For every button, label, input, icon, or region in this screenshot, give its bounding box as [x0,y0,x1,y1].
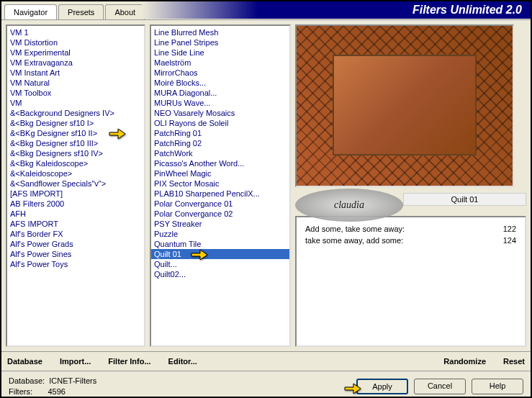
list-item[interactable]: Maelström [151,58,289,68]
slider-value: 122 [503,225,516,233]
cursor-pointer-icon [343,380,362,394]
cancel-button[interactable]: Cancel [414,379,466,394]
list-item[interactable]: Line Panel Stripes [151,37,289,48]
list-item[interactable]: Line Side Line [151,48,289,58]
list-item[interactable]: VM Extravaganza [7,58,144,68]
editor-button[interactable]: Editor... [168,357,197,366]
list-item[interactable]: Quilt02... [151,269,289,279]
list-item[interactable]: VM Distortion [7,37,144,48]
status-bar: Database: ICNET-Filters Filters: 4596 Ap… [1,371,531,398]
reset-button[interactable]: Reset [503,357,525,366]
list-item[interactable]: Quantum Tile [151,239,289,249]
list-item[interactable]: VM Instant Art [7,68,144,78]
database-button[interactable]: Database [7,357,42,366]
list-item[interactable]: VM Toolbox [7,88,144,98]
filter-name-display: Quilt 01 [403,193,526,206]
list-item[interactable]: Alf's Power Toys [7,259,144,269]
list-item[interactable]: VM Experimental [7,48,144,58]
tab-strip: Navigator Presets About [4,4,146,19]
list-item[interactable]: PatchRing 01 [151,128,289,138]
slider-row-1[interactable]: Add some, take some away: 122 [302,223,519,235]
filters-label: Filters: [9,387,32,396]
filter-listbox[interactable]: Line Blurred MeshLine Panel StripesLine … [150,24,291,347]
preview-image [295,24,514,187]
sliders-panel: Add some, take some away: 122 take some … [295,216,526,347]
app-title: Filters Unlimited 2.0 [412,4,522,17]
list-item[interactable]: AB Filters 2000 [7,199,144,209]
list-item[interactable]: AFS IMPORT [7,219,144,229]
preview-inner-frame [333,55,477,155]
list-item[interactable]: &<Sandflower Specials"v"> [7,178,144,189]
list-item[interactable]: VM Natural [7,78,144,88]
list-item[interactable]: MURUs Wave... [151,98,289,108]
list-item[interactable]: PIX Sector Mosaic [151,178,289,189]
tab-navigator[interactable]: Navigator [4,4,57,19]
list-item[interactable]: Puzzle [151,229,289,239]
apply-button[interactable]: Apply [356,379,408,394]
list-item[interactable]: &<BKg Designer sf10 II> [7,128,144,138]
list-item[interactable]: OLI Rayons de Soleil [151,118,289,128]
slider-label: Add some, take some away: [305,225,405,233]
list-item[interactable]: MirrorChaos [151,68,289,78]
list-item[interactable]: VM 1 [7,27,144,37]
list-item[interactable]: [AFS IMPORT] [7,189,144,199]
filter-info-button[interactable]: Filter Info... [108,357,150,366]
tab-about[interactable]: About [105,4,145,19]
slider-label: take some away, add some: [305,236,403,245]
slider-value: 124 [503,236,516,245]
list-item[interactable]: PinWheel Magic [151,168,289,178]
list-item[interactable]: Polar Convergance 02 [151,209,289,219]
filters-value: 4596 [48,387,65,396]
randomize-button[interactable]: Randomize [443,357,486,366]
list-item[interactable]: Quilt... [151,259,289,269]
header-bar: Navigator Presets About Filters Unlimite… [1,1,531,20]
cursor-pointer-icon [190,248,209,262]
list-item[interactable]: PLAB10 Sharpened PencilX... [151,189,289,199]
list-item[interactable]: Alf's Power Sines [7,249,144,259]
watermark-badge: claudia [295,189,403,222]
list-item[interactable]: Alf's Power Grads [7,239,144,249]
list-item[interactable]: Alf's Border FX [7,229,144,239]
list-item[interactable]: VM [7,98,144,108]
import-button[interactable]: Import... [60,357,91,366]
list-item[interactable]: MURA Diagonal... [151,88,289,98]
database-info: Database: ICNET-Filters Filters: 4596 [9,376,96,398]
list-item[interactable]: Line Blurred Mesh [151,27,289,37]
db-value: ICNET-Filters [49,376,96,385]
list-item[interactable]: Picasso's Another Word... [151,158,289,168]
list-item[interactable]: &<Kaleidoscope> [7,168,144,178]
list-item[interactable]: PSY Streaker [151,219,289,229]
list-item[interactable]: &<Bkg Designers sf10 IV> [7,148,144,158]
list-item[interactable]: Moiré Blocks... [151,78,289,88]
slider-row-2[interactable]: take some away, add some: 124 [302,235,519,246]
toolbar-row: Database Import... Filter Info... Editor… [1,351,531,371]
list-item[interactable]: Quilt 01 [151,249,289,259]
list-item[interactable]: &<Bkg Kaleidoscope> [7,158,144,168]
list-item[interactable]: &<Background Designers IV> [7,108,144,118]
list-item[interactable]: NEO Vasarely Mosaics [151,108,289,118]
list-item[interactable]: Polar Convergance 01 [151,199,289,209]
list-item[interactable]: PatchRing 02 [151,138,289,148]
cursor-pointer-icon [108,127,127,141]
list-item[interactable]: PatchWork [151,148,289,158]
preview-panel: claudia Quilt 01 Add some, take some awa… [295,24,526,347]
tab-presets[interactable]: Presets [58,4,104,19]
help-button[interactable]: Help [472,379,523,394]
action-buttons: Apply Cancel Help [356,379,523,394]
db-label: Database: [9,376,45,385]
title-banner: Filters Unlimited 2.0 [142,1,531,19]
main-area: VM 1VM DistortionVM ExperimentalVM Extra… [1,20,531,351]
category-listbox[interactable]: VM 1VM DistortionVM ExperimentalVM Extra… [6,24,145,347]
list-item[interactable]: AFH [7,209,144,219]
